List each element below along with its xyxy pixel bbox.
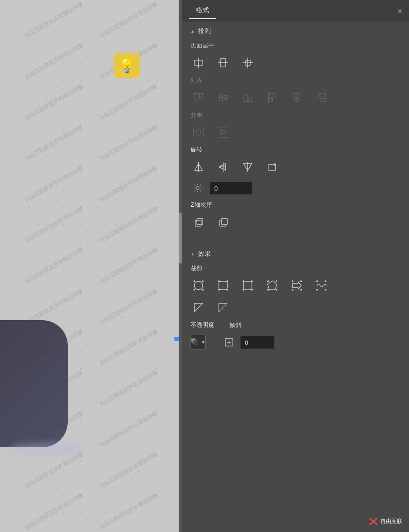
crop-custom-button[interactable] — [215, 299, 231, 316]
svg-point-65 — [292, 280, 293, 282]
rotate-right-button[interactable] — [264, 159, 280, 175]
clip-button[interactable] — [221, 334, 237, 350]
crop-label: 裁剪 — [191, 265, 401, 272]
svg-point-63 — [267, 289, 269, 291]
blend-icon — [191, 338, 200, 347]
svg-marker-32 — [195, 163, 199, 170]
svg-point-45 — [194, 281, 203, 290]
align-bottom-button[interactable] — [240, 89, 256, 105]
blend-mode-button[interactable]: ▼ — [191, 335, 206, 350]
panel-content[interactable]: ▲ 排列 页面居中 — [182, 22, 409, 532]
svg-point-62 — [276, 280, 277, 282]
align-hcenter-button[interactable] — [289, 89, 305, 105]
svg-point-46 — [193, 280, 195, 282]
section-divider — [182, 243, 409, 243]
svg-marker-33 — [199, 163, 202, 170]
svg-rect-55 — [243, 281, 252, 290]
svg-line-73 — [194, 303, 203, 312]
svg-rect-44 — [221, 219, 227, 224]
align-v-center-button[interactable] — [215, 55, 231, 71]
svg-point-54 — [227, 289, 228, 291]
align-h-center-button[interactable] — [191, 55, 207, 71]
crop-arrow-button[interactable] — [289, 277, 305, 294]
flip-v-button[interactable] — [215, 159, 231, 175]
tilt-label: 倾斜 — [229, 321, 241, 329]
canvas-scrollbar-thumb[interactable] — [179, 213, 182, 263]
effects-section: ▲ 效果 裁剪 — [182, 245, 409, 360]
arrange-section-header: ▲ 排列 — [191, 27, 401, 35]
svg-rect-30 — [220, 130, 226, 134]
svg-rect-77 — [194, 341, 198, 345]
brand-x-icon — [369, 518, 378, 525]
rotate-left-button[interactable] — [240, 159, 256, 175]
svg-marker-60 — [268, 281, 277, 289]
distribute-label: 分布 — [191, 111, 401, 119]
lightbulb-object[interactable]: 💡 — [114, 53, 140, 78]
align-left-button[interactable] — [264, 89, 280, 105]
character-shadow — [8, 443, 85, 456]
svg-rect-17 — [268, 94, 275, 97]
svg-rect-9 — [199, 94, 203, 98]
svg-point-56 — [243, 280, 244, 282]
svg-rect-41 — [195, 220, 201, 226]
footer-brand: 自由互联 — [369, 518, 402, 525]
svg-point-67 — [292, 289, 293, 291]
arrange-section: ▲ 排列 页面居中 — [182, 22, 409, 241]
character-silhouette — [0, 320, 68, 447]
distribute-h-button[interactable] — [191, 124, 207, 140]
svg-marker-35 — [219, 163, 226, 167]
svg-point-68 — [300, 289, 302, 291]
close-button[interactable]: × — [397, 6, 402, 16]
svg-point-49 — [202, 289, 204, 291]
page-center-label: 页面居中 — [191, 42, 401, 50]
svg-point-52 — [227, 280, 228, 282]
rotation-input[interactable]: 0 — [210, 182, 252, 194]
crop-circle-button[interactable] — [191, 277, 207, 294]
canvas-area: 自由互联版权所有请勿传播 自由互联版权所有请勿传播 自由互联版权所有请勿传播 自… — [0, 0, 182, 532]
canvas-scrollbar[interactable] — [179, 0, 182, 532]
bring-forward-button[interactable] — [191, 214, 207, 230]
opacity-controls-row: ▼ 0 — [191, 334, 401, 350]
crop-rounded-button[interactable] — [215, 277, 231, 294]
effects-arrow-icon: ▲ — [191, 252, 195, 256]
distribute-v-button[interactable] — [215, 124, 231, 140]
crop-diagonal-button[interactable] — [191, 299, 207, 316]
align-vcenter-button[interactable] — [215, 89, 231, 105]
flip-h-button[interactable] — [191, 159, 207, 175]
crop-pentagon-button[interactable] — [264, 277, 280, 294]
format-panel: 格式 × ▲ 排列 页面居中 — [182, 0, 409, 532]
format-tab[interactable]: 格式 — [189, 3, 216, 19]
opacity-value-input[interactable]: 0 — [240, 336, 274, 349]
svg-rect-23 — [318, 94, 325, 97]
distribute-icons — [191, 124, 401, 140]
svg-point-66 — [300, 280, 302, 282]
z-order-label: Z轴次序 — [191, 201, 401, 209]
align-right-button[interactable] — [313, 89, 329, 105]
svg-point-59 — [251, 289, 253, 291]
svg-rect-50 — [219, 281, 227, 290]
selection-marker — [174, 337, 179, 341]
svg-rect-8 — [195, 94, 198, 100]
svg-rect-14 — [244, 94, 247, 101]
svg-point-69 — [316, 280, 318, 282]
rotation-row: 0 — [191, 181, 401, 195]
opacity-tilt-row: 不透明度 倾斜 — [191, 321, 401, 329]
align-both-center-button[interactable] — [240, 55, 256, 71]
svg-line-74 — [219, 303, 227, 312]
z-order-icons — [191, 214, 401, 230]
crop-wavy-button[interactable] — [313, 277, 329, 294]
svg-point-72 — [325, 289, 326, 291]
rotate-label: 旋转 — [191, 146, 401, 154]
svg-point-64 — [276, 289, 277, 291]
svg-point-40 — [196, 187, 199, 190]
svg-point-71 — [316, 289, 318, 291]
crop-square-button[interactable] — [240, 277, 256, 294]
crop-icons-row1 — [191, 277, 401, 294]
send-backward-button[interactable] — [215, 214, 231, 230]
canvas-background: 自由互联版权所有请勿传播 自由互联版权所有请勿传播 自由互联版权所有请勿传播 自… — [0, 0, 182, 532]
svg-point-58 — [243, 289, 244, 291]
arrange-arrow-icon: ▲ — [191, 29, 195, 33]
align-top-button[interactable] — [191, 89, 207, 105]
arrange-section-label: 排列 — [198, 27, 211, 35]
rotate-icons — [191, 159, 401, 175]
